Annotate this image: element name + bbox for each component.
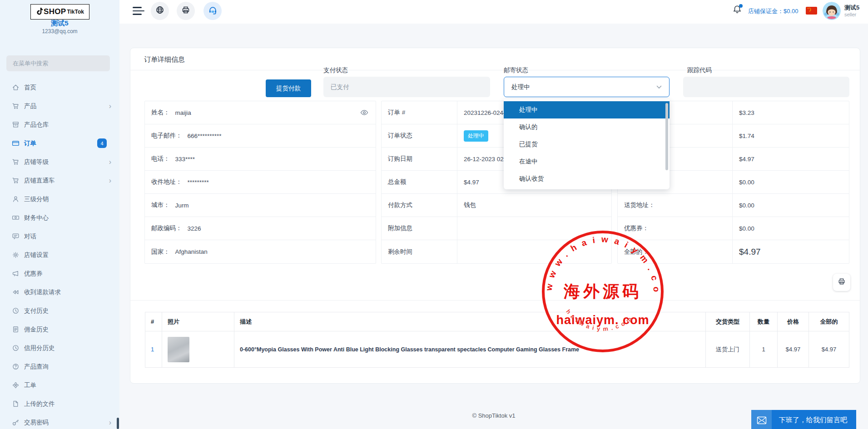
- sidebar-item-shop-level[interactable]: 店铺等级›: [0, 153, 119, 171]
- topbar-user-role: seller: [844, 12, 856, 17]
- status-badge: 处理中: [464, 130, 488, 142]
- payment-status-label: 支付状态: [323, 66, 348, 74]
- sidebar-item-label: 上传的文件: [24, 400, 55, 408]
- sidebar-item-orders[interactable]: 订单4: [0, 134, 119, 153]
- field-value: maijia: [175, 109, 191, 116]
- notification-dot: [739, 4, 743, 8]
- hamburger-menu-icon[interactable]: [133, 7, 144, 15]
- tracking-code-input[interactable]: [683, 77, 849, 97]
- field-label: 订购日期: [382, 148, 457, 170]
- divider: [130, 300, 860, 301]
- sidebar-item-shop-settings[interactable]: 店铺设置: [0, 246, 119, 264]
- print-page-button[interactable]: [177, 2, 195, 20]
- field-value: 333****: [175, 156, 195, 163]
- notifications-bell-button[interactable]: [732, 5, 742, 16]
- payment-status-value: 已支付: [331, 83, 349, 91]
- chevron-right-icon: ›: [109, 158, 111, 166]
- sidebar-item-shop-express[interactable]: 店铺直通车›: [0, 171, 119, 190]
- sidebar-item-products[interactable]: 产品›: [0, 97, 119, 115]
- field-label: 收件地址：: [145, 178, 182, 186]
- cart-icon: [12, 102, 20, 110]
- sidebar: SHOP TikTok 测试5 1233@qq.com 首页产品›产品仓库订单4…: [0, 0, 119, 429]
- sidebar-item-product-inquiry[interactable]: 产品查询: [0, 357, 119, 376]
- dropdown-option[interactable]: 已提货: [504, 136, 670, 153]
- pickup-payment-button[interactable]: 提货付款: [266, 79, 311, 97]
- main-area: 店铺保证金：$0.00 测试5 seller 订单详细信息 提货付款 支付状态 …: [119, 0, 868, 429]
- sidebar-item-refund-requests[interactable]: 收到退款请求: [0, 283, 119, 301]
- sidebar-item-conversation[interactable]: 对话: [0, 227, 119, 246]
- china-flag-icon[interactable]: [806, 7, 817, 16]
- field-value: $0.00: [733, 194, 849, 217]
- row-index-link[interactable]: 1: [151, 346, 154, 353]
- dropdown-scrollbar-thumb[interactable]: [665, 103, 668, 170]
- product-photo[interactable]: [168, 337, 189, 362]
- field-label: 城市：: [145, 201, 170, 209]
- cart-icon: [12, 158, 20, 166]
- sidebar-item-transaction-password[interactable]: 交易密码›: [0, 413, 119, 429]
- home-icon: [12, 84, 20, 91]
- dropdown-option[interactable]: 确认的: [504, 118, 670, 136]
- leave-message-label: 下班了，给我们留言吧: [779, 416, 847, 424]
- bell-icon: [732, 8, 742, 16]
- print-order-button[interactable]: [833, 274, 850, 291]
- column-header: 照片: [162, 312, 234, 331]
- price: $4.97: [778, 331, 809, 368]
- sidebar-item-label: 工单: [24, 381, 36, 390]
- menu-search-input[interactable]: [6, 55, 110, 71]
- product-row: 10-600°Myopia Glasses With Power Anti Bl…: [145, 331, 849, 368]
- topbar-user-name[interactable]: 测试5: [844, 4, 859, 12]
- field-label: 附加信息: [382, 217, 457, 240]
- dropdown-option[interactable]: 确认收货: [504, 170, 670, 187]
- sidebar-item-label: 三级分销: [24, 195, 49, 203]
- sidebar-item-label: 产品: [24, 102, 36, 110]
- payment-status-field[interactable]: 已支付: [323, 77, 490, 97]
- sidebar-item-payment-history[interactable]: 支付历史: [0, 301, 119, 320]
- dropdown-option[interactable]: 在途中: [504, 153, 670, 170]
- sidebar-item-label: 佣金历史: [24, 325, 49, 334]
- shop-tiktok-logo[interactable]: SHOP TikTok: [30, 4, 89, 20]
- eye-icon[interactable]: [360, 109, 368, 118]
- divider: [130, 70, 860, 70]
- chevron-down-icon: [656, 84, 662, 90]
- field-label: 电子邮件：: [145, 132, 182, 140]
- support-button[interactable]: [203, 2, 222, 20]
- field-value: *********: [188, 179, 209, 186]
- card-icon: [12, 139, 20, 147]
- sidebar-item-uploaded-files[interactable]: 上传的文件: [0, 394, 119, 413]
- logo-text-tiktok: TikTok: [67, 9, 84, 15]
- customer-row: 姓名：maijia: [145, 101, 376, 124]
- sidebar-item-product-warehouse[interactable]: 产品仓库: [0, 115, 119, 134]
- language-globe-button[interactable]: [151, 2, 169, 20]
- stamp-center-text: 海外源码: [563, 282, 642, 301]
- field-value: 钱包: [457, 194, 611, 217]
- field-value: $4.97: [733, 240, 849, 263]
- fan-icon: [12, 381, 20, 389]
- shop-deposit[interactable]: 店铺保证金：$0.00: [748, 7, 799, 15]
- chevron-right-icon: ›: [109, 177, 111, 185]
- sidebar-item-three-level-distribution[interactable]: 三级分销: [0, 190, 119, 208]
- sidebar-scrollbar-thumb[interactable]: [117, 418, 119, 429]
- column-header: 价格: [778, 312, 809, 331]
- field-value: 3226: [188, 225, 201, 232]
- shipping-status-select[interactable]: 处理中: [504, 77, 670, 97]
- dropdown-option[interactable]: 处理中: [504, 101, 670, 118]
- sidebar-item-label: 产品仓库: [24, 121, 49, 129]
- sidebar-item-coupons[interactable]: 优惠券: [0, 264, 119, 283]
- customer-row: 收件地址：*********: [145, 171, 376, 194]
- deposit-label: 店铺保证金：: [748, 8, 784, 15]
- field-label: 全部的：: [618, 240, 733, 263]
- globe-icon: [155, 5, 164, 16]
- sidebar-item-label: 对话: [24, 232, 36, 241]
- tiktok-note-icon: [36, 7, 43, 17]
- sidebar-item-commission-history[interactable]: 佣金历史: [0, 320, 119, 339]
- user-avatar[interactable]: [823, 2, 841, 20]
- customer-row: 国家：Afghanistan: [145, 240, 376, 263]
- leave-message-button[interactable]: 下班了，给我们留言吧: [751, 410, 856, 429]
- sidebar-item-home[interactable]: 首页: [0, 78, 119, 97]
- sidebar-item-credit-history[interactable]: 信用分历史: [0, 339, 119, 357]
- sidebar-item-work-order[interactable]: 工单: [0, 376, 119, 394]
- sidebar-item-finance-center[interactable]: 财务中心: [0, 208, 119, 227]
- quantity: 1: [750, 331, 778, 368]
- table-row: 优惠券：$0.00: [618, 217, 849, 240]
- topbar: 店铺保证金：$0.00 测试5 seller: [119, 0, 868, 24]
